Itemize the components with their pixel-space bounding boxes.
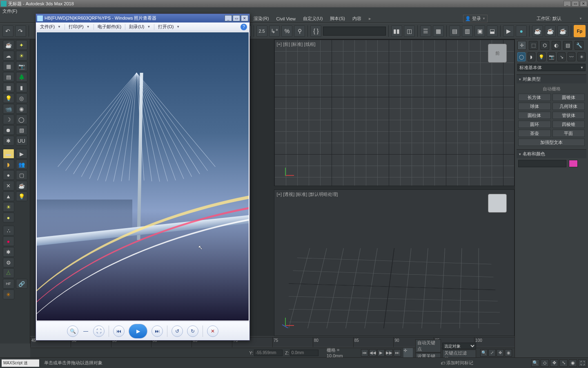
swirl-icon[interactable]: ✳ — [3, 289, 14, 299]
spot-icon[interactable]: ◉ — [16, 104, 27, 114]
undo-button[interactable]: ↶ — [2, 25, 13, 37]
sun-icon[interactable]: ☀ — [16, 51, 27, 61]
layer-explorer-button[interactable]: ☰ — [420, 25, 431, 37]
pan-icon[interactable]: ✥ — [497, 349, 504, 357]
screen-icon[interactable]: ▢ — [16, 170, 27, 180]
sub-systems[interactable]: ✳ — [577, 52, 586, 61]
viewport-perspective[interactable]: [+] [透视] [标准] [默认明暗处理] — [274, 189, 514, 336]
uu-icon[interactable]: UU — [16, 136, 27, 146]
people-icon[interactable]: 👥 — [16, 159, 27, 169]
teapot-c-button[interactable]: ☕ — [557, 25, 568, 37]
pv-zoom-out-button[interactable]: 🔍 — [67, 325, 78, 337]
spinner-snap-button[interactable]: ⚲ — [294, 25, 305, 37]
layers-icon[interactable]: ▧ — [16, 125, 27, 135]
fp-button[interactable]: Fp — [574, 25, 586, 37]
coord-y-input[interactable] — [254, 350, 283, 356]
spread-icon[interactable]: ▦ — [3, 83, 14, 92]
sb-walk-icon[interactable]: ⤡ — [559, 359, 568, 367]
add-time-tag[interactable]: 🏷添加时间标记 — [441, 360, 473, 366]
align-button[interactable]: ◫ — [404, 25, 415, 37]
gear-a-icon[interactable]: ✱ — [3, 247, 14, 257]
sub-helpers[interactable]: ↘ — [557, 52, 566, 61]
prim-textplus[interactable]: 加强型文本 — [518, 139, 585, 146]
toggle-ribbon-button[interactable]: ▦ — [433, 25, 444, 37]
sb-orbit-icon[interactable]: ◉ — [569, 359, 577, 367]
photo-viewer-window[interactable]: HB{FUWD{2N}KR603QRF%YPS - Windows 照片查看器 … — [36, 13, 250, 341]
render-setup-button[interactable]: ⬓ — [487, 25, 498, 37]
percent-snap-button[interactable]: % — [281, 25, 292, 37]
tab-hierarchy[interactable]: ⌬ — [540, 41, 549, 50]
pv-max-button[interactable]: ▭ — [233, 15, 240, 21]
primitive-category-dropdown[interactable]: 标准基本体▼ — [517, 64, 586, 71]
sub-lights[interactable]: 💡 — [537, 52, 546, 61]
sub-cameras[interactable]: 📷 — [548, 52, 556, 61]
section-object-type-header[interactable]: 对象类型 — [517, 75, 586, 83]
pv-fit-button[interactable]: ⛶ — [93, 325, 105, 337]
sb-pan-icon[interactable]: ✥ — [550, 359, 558, 367]
sphere-icon[interactable]: ● — [3, 170, 14, 180]
login-button[interactable]: 👤 登录 ▼ — [463, 15, 488, 22]
prim-pyramid[interactable]: 四棱锥 — [552, 121, 585, 128]
curve-editor-button[interactable]: ▤ — [449, 25, 460, 37]
mat-editor-button[interactable]: ▣ — [474, 25, 486, 37]
calendar-icon[interactable]: ▦ — [3, 61, 14, 71]
pv-close-button[interactable]: ✕ — [241, 15, 248, 21]
link-icon[interactable]: 🔗 — [16, 279, 27, 289]
gear-icon[interactable]: ⚙ — [3, 258, 14, 267]
viewcube-front[interactable]: 前 — [488, 44, 507, 63]
workspace-selector[interactable]: 工作区: 默认 ▼ — [537, 16, 582, 22]
tab-display[interactable]: ▤ — [563, 41, 572, 50]
named-selection-dropdown[interactable] — [323, 27, 386, 36]
viewport-front-label[interactable]: [+] [前] [标准] [线框] — [277, 41, 316, 47]
teapot-icon[interactable]: ☕ — [3, 40, 14, 50]
autogrid-checkbox[interactable]: 自动栅格 — [518, 85, 585, 94]
pv-rotate-ccw-button[interactable]: ↺ — [172, 325, 183, 337]
teapot-a-button[interactable]: ☕ — [532, 25, 543, 37]
menu-content[interactable]: 内容 — [350, 16, 364, 22]
ring-icon[interactable]: ◯ — [16, 114, 27, 124]
pv-menu-email[interactable]: 电子邮件(E) — [96, 24, 123, 30]
viewcube-persp[interactable] — [488, 194, 507, 213]
pv-rotate-cw-button[interactable]: ↻ — [187, 325, 198, 337]
maxscript-listener[interactable]: MAXScript 迷 — [2, 359, 39, 367]
prim-cylinder[interactable]: 圆柱体 — [518, 112, 551, 119]
mirror-button[interactable]: ▮▮ — [391, 25, 402, 37]
menu-customize[interactable]: 自定义(U) — [301, 16, 325, 22]
prim-teapot[interactable]: 茶壶 — [518, 130, 551, 137]
sb-zoom-icon[interactable]: 🔍 — [531, 359, 539, 367]
viewport-persp-label[interactable]: [+] [透视] [标准] [默认明暗处理] — [277, 191, 338, 197]
window-close-button[interactable]: ✕ — [580, 1, 587, 7]
coord-z-input[interactable] — [290, 350, 318, 356]
orbit-icon[interactable]: ◉ — [505, 349, 512, 357]
pv-menu-burn[interactable]: 刻录(U) — [127, 24, 146, 30]
object-name-field[interactable] — [518, 160, 566, 167]
prim-geosphere[interactable]: 几何球体 — [552, 103, 585, 110]
play-icon[interactable]: ▶ — [16, 149, 27, 159]
particles-icon[interactable]: ∴ — [3, 226, 14, 236]
prim-tube[interactable]: 管状体 — [552, 112, 585, 119]
prev-frame-button[interactable]: ◀◀ — [369, 349, 376, 357]
pv-delete-button[interactable]: ✕ — [207, 325, 218, 337]
cam-target-icon[interactable]: 📹 — [3, 104, 14, 114]
pv-menu-open[interactable]: 打开(O) — [156, 24, 175, 30]
prim-box[interactable]: 长方体 — [518, 94, 551, 101]
tab-create[interactable]: ✛ — [517, 41, 526, 50]
prim-sphere[interactable]: 球体 — [518, 103, 551, 110]
menu-file[interactable]: 文件(F) — [2, 8, 17, 14]
goto-end-button[interactable]: ⏭ — [394, 349, 401, 357]
prim-torus[interactable]: 圆环 — [518, 121, 551, 128]
render-button[interactable]: ● — [516, 25, 527, 37]
wire-icon[interactable]: ✕ — [3, 181, 14, 191]
pin-icon[interactable]: ● — [3, 236, 14, 246]
sb-max-icon[interactable]: ⛶ — [578, 359, 586, 367]
viewport-front[interactable]: [+] [前] [标准] [线框] 前 — [274, 39, 514, 186]
text-icon[interactable]: ✱ — [3, 136, 14, 146]
menu-render[interactable]: 渲染(R) — [251, 16, 271, 22]
sunny-icon[interactable]: ☀ — [3, 202, 14, 212]
menu-script[interactable]: 脚本(S) — [327, 16, 347, 22]
sb-fov-icon[interactable]: ◇ — [541, 359, 549, 367]
bulb2-icon[interactable]: 💡 — [16, 191, 27, 201]
play-button[interactable]: ▶ — [377, 349, 385, 357]
pv-menu-file[interactable]: 文件(F) — [38, 24, 56, 30]
window-restore-button[interactable]: ▭ — [572, 1, 579, 7]
